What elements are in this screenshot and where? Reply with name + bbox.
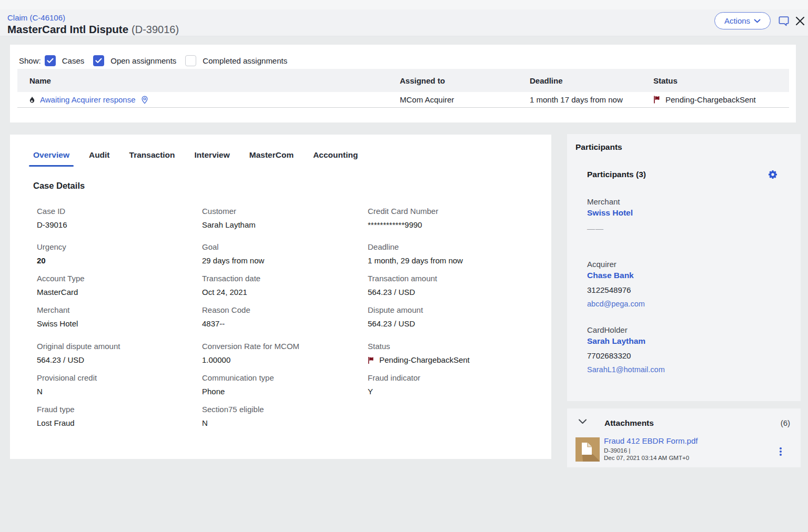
field-value: MasterCard — [37, 287, 202, 298]
participant-name-link[interactable]: Sarah Laytham — [587, 335, 665, 347]
field-value: Oct 24, 2021 — [202, 287, 368, 298]
field-status: StatusPending-ChargebackSent — [368, 341, 533, 365]
column-header-status: Status — [653, 69, 678, 92]
field-label: Customer — [202, 206, 368, 217]
field-value: Y — [368, 386, 533, 397]
field-fraud-indicator: Fraud indicatorY — [368, 373, 533, 397]
breadcrumb-claim-link[interactable]: Claim (C-46106) — [7, 13, 65, 22]
field-credit-card-number: Credit Card Number************9990 — [368, 206, 533, 230]
checkbox-unchecked[interactable] — [185, 55, 196, 66]
column-header-deadline: Deadline — [530, 69, 563, 92]
field-fraud-type: Fraud typeLost Fraud — [37, 404, 202, 428]
field-communication-type: Communication typePhone — [202, 373, 368, 397]
attachments-count: (6) — [781, 418, 790, 428]
field-conversion-rate-for-mcom: Conversion Rate for MCOM1.00000 — [202, 341, 368, 365]
field-value: N — [202, 418, 368, 428]
field-label: Transaction date — [202, 273, 368, 284]
field-value: Pending-ChargebackSent — [368, 355, 533, 365]
assignment-status-label: Pending-ChargebackSent — [665, 95, 756, 104]
field-row: Case IDD-39016CustomerSarah LaythamCredi… — [37, 206, 541, 230]
field-account-type: Account TypeMasterCard — [37, 273, 202, 298]
field-label: Urgency — [37, 242, 202, 252]
assignment-link-label: Awaiting Acquirer response — [40, 95, 136, 104]
participant-name-link[interactable]: Swiss Hotel — [587, 207, 633, 219]
attachment-file-link[interactable]: Fraud 412 EBDR Form.pdf — [604, 436, 698, 446]
checkmark-icon — [47, 58, 54, 64]
field-customer: CustomerSarah Laytham — [202, 206, 368, 230]
field-value: 20 — [37, 255, 202, 266]
checkbox-checked[interactable] — [93, 55, 104, 66]
filter-checkbox-completed-assignments[interactable]: Completed assignments — [185, 55, 287, 66]
participant-phone: 3122548976 — [587, 285, 645, 295]
column-header-name: Name — [29, 69, 51, 92]
checkmark-icon — [95, 58, 102, 64]
participant-role: CardHolder — [587, 325, 665, 335]
field-label: Merchant — [37, 305, 202, 315]
participants-panel-heading: Participants — [575, 142, 622, 152]
chat-icon[interactable] — [778, 15, 790, 27]
field-label: Deadline — [368, 242, 533, 252]
field-value: 1.00000 — [202, 355, 368, 365]
case-details-grid: Case IDD-39016CustomerSarah LaythamCredi… — [37, 206, 541, 428]
field-value: 1 month, 29 days from now — [368, 255, 533, 266]
gear-icon[interactable] — [767, 169, 778, 180]
tab-interview[interactable]: Interview — [195, 149, 230, 167]
tab-mastercom[interactable]: MasterCom — [249, 149, 294, 167]
field-label: Goal — [202, 242, 368, 252]
assignment-assigned-to: MCom Acquirer — [400, 92, 454, 107]
title-row: MasterCard Intl Dispute (D-39016) — [7, 23, 179, 36]
field-value: Lost Fraud — [37, 418, 202, 428]
participant-email-link[interactable]: abcd@pega.com — [587, 299, 645, 309]
close-icon[interactable] — [795, 16, 805, 26]
tab-audit[interactable]: Audit — [89, 149, 110, 167]
page-title: MasterCard Intl Dispute — [7, 23, 128, 35]
field-label: Dispute amount — [368, 305, 533, 315]
tab-transaction[interactable]: Transaction — [129, 149, 175, 167]
participant-role: Acquirer — [587, 259, 645, 270]
attachment-timestamp: Dec 07, 2021 03:14 AM GMT+0 — [604, 455, 694, 462]
field-section75-eligible: Section75 eligibleN — [202, 404, 368, 428]
case-tabs: OverviewAuditTransactionInterviewMasterC… — [33, 149, 377, 167]
assignment-status-cell: Pending-ChargebackSent — [653, 92, 756, 107]
tab-overview[interactable]: Overview — [33, 149, 69, 167]
filter-checkbox-open-assignments[interactable]: Open assignments — [93, 55, 176, 66]
field-label: Original dispute amount — [37, 341, 202, 352]
assignment-name-cell: Awaiting Acquirer response — [28, 92, 148, 107]
field-value: 29 days from now — [202, 255, 368, 266]
field-deadline: Deadline1 month, 29 days from now — [368, 242, 533, 266]
participant-role: Merchant — [587, 197, 633, 207]
kebab-menu-icon[interactable] — [777, 446, 784, 457]
participant-name-link[interactable]: Chase Bank — [587, 270, 645, 281]
field-case-id: Case IDD-39016 — [37, 206, 202, 230]
column-header-assigned-to: Assigned to — [400, 69, 445, 92]
location-pin-icon[interactable] — [141, 96, 148, 104]
assignment-link[interactable]: Awaiting Acquirer response — [40, 95, 148, 104]
field-row: Original dispute amount564.23 / USDConve… — [37, 341, 541, 365]
field-label: Case ID — [37, 206, 202, 217]
case-id-suffix: (D-39016) — [132, 24, 179, 36]
chevron-down-icon — [754, 19, 761, 23]
field-urgency: Urgency20 — [37, 242, 202, 266]
participant-email-link[interactable]: SarahL1@hotmail.com — [587, 364, 665, 375]
status-flag-icon — [368, 356, 375, 364]
field-label: Communication type — [202, 373, 368, 383]
field-label: Transaction amount — [368, 273, 533, 284]
field-label: Reason Code — [202, 305, 368, 315]
field-label: Section75 eligible — [202, 404, 368, 415]
actions-button[interactable]: Actions — [714, 12, 771, 29]
collapse-chevron-icon[interactable] — [578, 417, 588, 424]
field-merchant: MerchantSwiss Hotel — [37, 305, 202, 329]
field-transaction-amount: Transaction amount564.23 / USD — [368, 273, 533, 298]
attachments-panel: Attachments (6) Fraud 412 EBDR Form.pdf … — [567, 408, 801, 467]
participant-cardholder: CardHolderSarah Laytham7702683320SarahL1… — [587, 325, 665, 375]
tab-accounting[interactable]: Accounting — [313, 149, 358, 167]
case-details-heading: Case Details — [33, 180, 85, 191]
assignment-deadline: 1 month 17 days from now — [530, 92, 623, 107]
assignment-row: Awaiting Acquirer response MCom Acquirer… — [17, 92, 789, 108]
checkbox-checked[interactable] — [45, 55, 56, 66]
attachments-title: Attachments — [604, 418, 654, 428]
filter-checkbox-cases[interactable]: Cases — [45, 55, 85, 66]
urgent-flame-icon — [28, 96, 36, 104]
assignments-table-header: Name Assigned to Deadline Status — [17, 69, 789, 92]
participant-merchant: MerchantSwiss Hotel—— — [587, 197, 633, 234]
